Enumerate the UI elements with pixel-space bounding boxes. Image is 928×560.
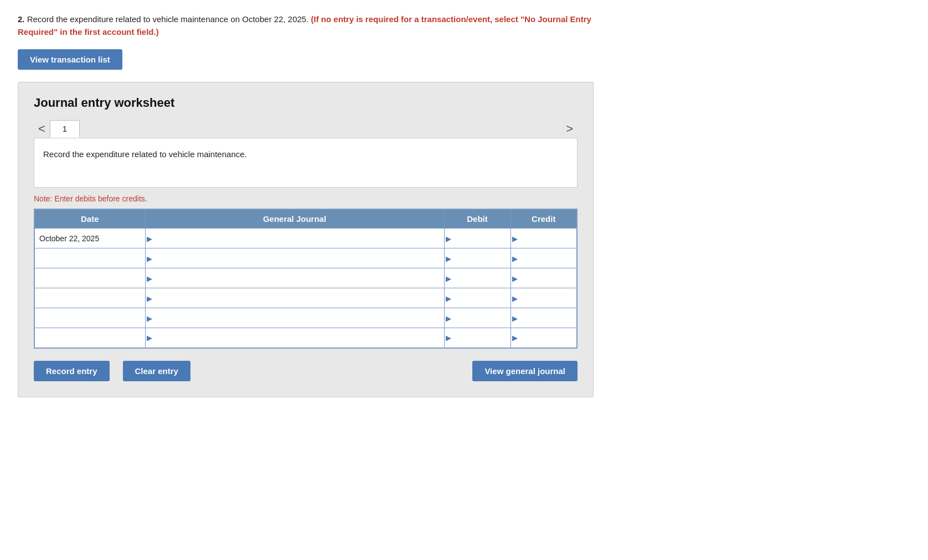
journal-input-3[interactable] <box>154 288 444 308</box>
journal-cell-2[interactable]: ▶ <box>145 268 444 288</box>
credit-cell-0[interactable]: ▶ <box>511 229 577 248</box>
col-header-general-journal: General Journal <box>145 209 444 229</box>
journal-cell-0[interactable]: ▶ <box>145 229 444 248</box>
debit-input-1[interactable] <box>453 248 511 268</box>
debit-cell-5[interactable]: ▶ <box>444 328 511 348</box>
journal-input-1[interactable] <box>154 248 444 268</box>
credit-cell-1[interactable]: ▶ <box>511 248 577 268</box>
debit-credit-note: Note: Enter debits before credits. <box>34 194 578 203</box>
journal-cell-4[interactable]: ▶ <box>145 308 444 328</box>
credit-input-3[interactable] <box>520 288 577 308</box>
debit-input-3[interactable] <box>453 288 511 308</box>
tab-next-arrow[interactable]: > <box>561 121 578 137</box>
credit-input-1[interactable] <box>520 248 577 268</box>
table-row: October 22, 2025▶▶▶ <box>34 229 577 248</box>
dropdown-arrow-credit-4: ▶ <box>512 314 518 322</box>
tab-prev-arrow[interactable]: < <box>34 121 50 137</box>
dropdown-arrow-debit-2: ▶ <box>446 274 451 282</box>
credit-cell-3[interactable]: ▶ <box>511 288 577 308</box>
debit-cell-3[interactable]: ▶ <box>444 288 511 308</box>
dropdown-arrow-credit-5: ▶ <box>512 334 518 342</box>
dropdown-arrow-credit-3: ▶ <box>512 294 518 302</box>
debit-cell-2[interactable]: ▶ <box>444 268 511 288</box>
dropdown-arrow-journal-3: ▶ <box>147 294 152 302</box>
journal-input-2[interactable] <box>154 268 444 288</box>
credit-input-4[interactable] <box>520 308 577 328</box>
debit-input-4[interactable] <box>453 308 511 328</box>
question-number: 2. <box>18 14 25 24</box>
credit-cell-2[interactable]: ▶ <box>511 268 577 288</box>
dropdown-arrow-journal-2: ▶ <box>147 274 152 282</box>
col-header-credit: Credit <box>511 209 577 229</box>
clear-entry-button[interactable]: Clear entry <box>123 361 190 381</box>
dropdown-arrow-journal-5: ▶ <box>147 334 152 342</box>
view-general-journal-button[interactable]: View general journal <box>472 361 578 381</box>
dropdown-arrow-debit-4: ▶ <box>446 314 451 322</box>
record-entry-button[interactable]: Record entry <box>34 361 110 381</box>
dropdown-arrow-credit-2: ▶ <box>512 274 518 282</box>
debit-input-5[interactable] <box>453 328 511 348</box>
journal-input-4[interactable] <box>154 308 444 328</box>
credit-input-2[interactable] <box>520 268 577 288</box>
date-cell-3 <box>34 288 145 308</box>
question-text-part1: Record the expenditure related to vehicl… <box>27 14 309 24</box>
col-header-date: Date <box>34 209 145 229</box>
journal-input-5[interactable] <box>154 328 444 348</box>
debit-input-2[interactable] <box>453 268 511 288</box>
credit-input-0[interactable] <box>520 229 577 248</box>
date-cell-1 <box>34 248 145 268</box>
dropdown-arrow-debit-0: ▶ <box>446 234 451 242</box>
date-cell-2 <box>34 268 145 288</box>
col-header-debit: Debit <box>444 209 511 229</box>
journal-entry-worksheet: Journal entry worksheet < 1 > Record the… <box>18 82 594 397</box>
dropdown-arrow-credit-0: ▶ <box>512 234 518 242</box>
date-cell-5 <box>34 328 145 348</box>
debit-cell-4[interactable]: ▶ <box>444 308 511 328</box>
debit-input-0[interactable] <box>453 229 511 248</box>
tab-1[interactable]: 1 <box>50 120 80 138</box>
dropdown-arrow-debit-5: ▶ <box>446 334 451 342</box>
journal-cell-5[interactable]: ▶ <box>145 328 444 348</box>
journal-table: Date General Journal Debit Credit Octobe… <box>34 209 578 349</box>
credit-cell-4[interactable]: ▶ <box>511 308 577 328</box>
credit-cell-5[interactable]: ▶ <box>511 328 577 348</box>
dropdown-arrow-journal-1: ▶ <box>147 254 152 262</box>
table-row: ▶▶▶ <box>34 328 577 348</box>
journal-cell-1[interactable]: ▶ <box>145 248 444 268</box>
dropdown-arrow-journal-4: ▶ <box>147 314 152 322</box>
tab-row: < 1 > <box>34 120 578 138</box>
table-row: ▶▶▶ <box>34 248 577 268</box>
date-cell-0: October 22, 2025 <box>34 229 145 248</box>
question-text: 2. Record the expenditure related to veh… <box>18 13 594 38</box>
table-row: ▶▶▶ <box>34 308 577 328</box>
journal-cell-3[interactable]: ▶ <box>145 288 444 308</box>
journal-input-0[interactable] <box>154 229 444 248</box>
bottom-buttons: Record entry Clear entry View general jo… <box>34 361 578 381</box>
credit-input-5[interactable] <box>520 328 577 348</box>
table-row: ▶▶▶ <box>34 268 577 288</box>
worksheet-description: Record the expenditure related to vehicl… <box>34 138 578 188</box>
dropdown-arrow-debit-1: ▶ <box>446 254 451 262</box>
debit-cell-1[interactable]: ▶ <box>444 248 511 268</box>
table-row: ▶▶▶ <box>34 288 577 308</box>
view-transaction-list-button[interactable]: View transaction list <box>18 49 122 70</box>
debit-cell-0[interactable]: ▶ <box>444 229 511 248</box>
dropdown-arrow-credit-1: ▶ <box>512 254 518 262</box>
date-cell-4 <box>34 308 145 328</box>
worksheet-title: Journal entry worksheet <box>34 96 578 110</box>
dropdown-arrow-journal-0: ▶ <box>147 234 152 242</box>
dropdown-arrow-debit-3: ▶ <box>446 294 451 302</box>
